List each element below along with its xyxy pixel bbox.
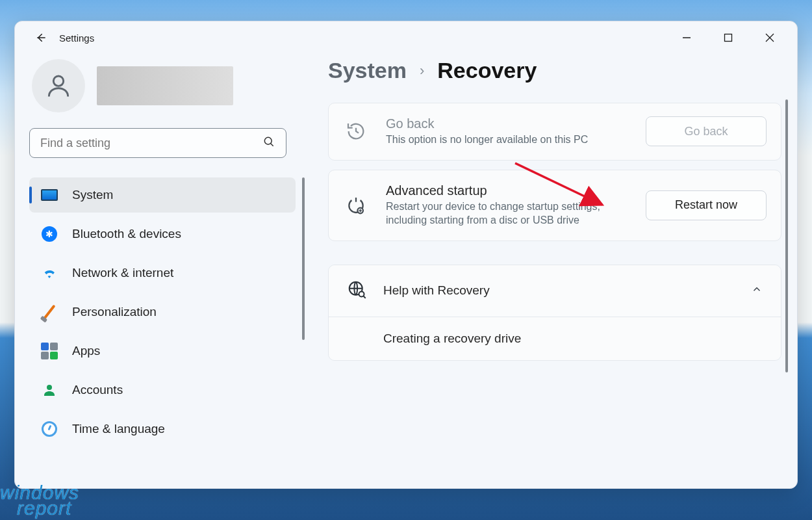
sidebar-item-network-internet[interactable]: Network & internet — [29, 255, 296, 291]
sidebar-item-label: Network & internet — [72, 266, 173, 280]
svg-line-6 — [271, 144, 273, 146]
sidebar-item-label: Apps — [72, 344, 100, 358]
back-arrow-icon — [34, 31, 47, 44]
svg-point-10 — [359, 291, 364, 296]
close-button[interactable] — [749, 25, 791, 51]
avatar — [32, 59, 85, 112]
help-group: Help with Recovery Creating a recovery d… — [328, 265, 781, 361]
help-item-creating-recovery-drive[interactable]: Creating a recovery drive — [329, 317, 781, 360]
svg-point-7 — [47, 385, 52, 390]
maximize-button[interactable] — [707, 25, 749, 51]
sidebar-item-accounts[interactable]: Accounts — [29, 372, 296, 408]
person-icon — [44, 72, 73, 100]
profile-name-redacted — [97, 66, 233, 105]
restart-now-button[interactable]: Restart now — [646, 190, 767, 220]
svg-line-11 — [363, 296, 365, 298]
svg-point-4 — [53, 76, 63, 86]
search-input[interactable] — [30, 136, 262, 150]
maximize-icon — [724, 33, 733, 42]
history-icon — [343, 121, 369, 142]
sidebar-item-time-language[interactable]: Time & language — [29, 411, 296, 447]
clock-globe-icon — [41, 421, 58, 437]
minimize-icon — [682, 33, 691, 42]
sidebar-item-system[interactable]: System — [29, 177, 296, 213]
card-description: This option is no longer available on th… — [386, 133, 629, 147]
main-scrollbar[interactable] — [785, 99, 788, 372]
wifi-icon — [41, 265, 58, 281]
card-go-back: Go back This option is no longer availab… — [328, 103, 781, 161]
search-icon — [262, 135, 286, 151]
sidebar-item-label: Bluetooth & devices — [72, 227, 181, 241]
card-advanced-startup: Advanced startup Restart your device to … — [328, 170, 781, 241]
window-controls — [666, 25, 791, 51]
bluetooth-icon: ✱ — [41, 226, 58, 242]
sidebar: System ✱ Bluetooth & devices Network & i… — [29, 54, 302, 482]
watermark: windowsreport — [0, 485, 79, 516]
help-header[interactable]: Help with Recovery — [329, 265, 781, 317]
settings-window: Settings — [14, 21, 798, 489]
help-header-label: Help with Recovery — [383, 283, 490, 298]
sidebar-item-bluetooth-devices[interactable]: ✱ Bluetooth & devices — [29, 216, 296, 252]
app-title: Settings — [59, 32, 94, 44]
sidebar-item-apps[interactable]: Apps — [29, 333, 296, 369]
main-content: System › Recovery Go back This option is… — [302, 54, 785, 482]
card-title: Advanced startup — [386, 183, 629, 198]
sidebar-item-label: System — [72, 188, 113, 202]
sidebar-item-label: Time & language — [72, 422, 165, 436]
breadcrumb: System › Recovery — [328, 58, 781, 83]
go-back-button: Go back — [646, 116, 767, 146]
sidebar-item-personalization[interactable]: Personalization — [29, 294, 296, 330]
sidebar-item-label: Personalization — [72, 305, 157, 319]
chevron-up-icon — [751, 283, 763, 298]
globe-search-icon — [347, 280, 366, 302]
svg-rect-1 — [725, 34, 732, 42]
paintbrush-icon — [41, 304, 58, 320]
search-box[interactable] — [29, 128, 286, 158]
accounts-icon — [41, 382, 58, 398]
minimize-button[interactable] — [666, 25, 707, 51]
system-icon — [41, 187, 58, 203]
breadcrumb-current: Recovery — [437, 58, 537, 83]
power-gear-icon — [343, 195, 369, 216]
desktop-wallpaper: Settings — [0, 0, 812, 520]
profile-block[interactable] — [32, 59, 296, 112]
breadcrumb-parent[interactable]: System — [328, 58, 407, 83]
sidebar-item-label: Accounts — [72, 383, 123, 397]
chevron-right-icon: › — [420, 62, 424, 79]
apps-icon — [41, 343, 58, 359]
titlebar: Settings — [15, 21, 797, 54]
nav-list: System ✱ Bluetooth & devices Network & i… — [29, 177, 296, 482]
svg-point-5 — [264, 137, 272, 144]
close-icon — [765, 33, 774, 42]
back-button[interactable] — [28, 26, 54, 49]
card-description: Restart your device to change startup se… — [386, 200, 629, 228]
card-title: Go back — [386, 116, 629, 131]
help-item-label: Creating a recovery drive — [383, 332, 521, 346]
